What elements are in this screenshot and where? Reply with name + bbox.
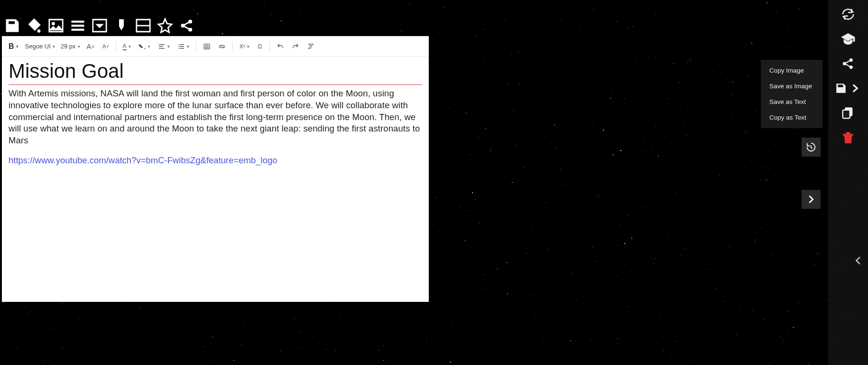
document-body[interactable]: With Artemis missions, NASA will land th… — [9, 88, 422, 147]
share-rail-icon[interactable] — [835, 51, 861, 76]
font-family-select[interactable]: Segoe UI — [23, 39, 57, 54]
editor-toolbar: B Segoe UI 29 px A∧ A∨ A X² Ω — [2, 36, 429, 57]
next-chevron-icon[interactable] — [802, 190, 821, 209]
undo-button[interactable] — [274, 39, 287, 54]
save-expand-button[interactable] — [834, 76, 862, 101]
list-icon[interactable] — [68, 17, 87, 34]
svg-point-4 — [178, 44, 179, 45]
highlight-color-button[interactable] — [136, 39, 153, 54]
editor-panel: B Segoe UI 29 px A∧ A∨ A X² Ω Mission Go… — [2, 36, 429, 302]
menu-copy-as-text[interactable]: Copy as Text — [761, 110, 822, 125]
bold-button[interactable]: B — [6, 39, 21, 54]
svg-point-6 — [178, 48, 179, 49]
separator — [196, 41, 196, 52]
document-title[interactable]: Mission Goal — [9, 60, 422, 84]
save-context-menu: Copy Image Save as Image Save as Text Co… — [761, 60, 822, 128]
menu-copy-image[interactable]: Copy Image — [761, 63, 822, 78]
superscript-button[interactable]: X² — [237, 39, 252, 54]
collapse-chevron-icon[interactable] — [849, 251, 868, 270]
fill-bucket-icon[interactable] — [25, 17, 44, 34]
redo-button[interactable] — [289, 39, 302, 54]
svg-point-5 — [178, 46, 179, 47]
highlighter-icon[interactable] — [112, 17, 131, 34]
list-style-button[interactable] — [175, 39, 192, 54]
font-color-button[interactable]: A — [120, 39, 134, 54]
graduation-cap-icon[interactable] — [835, 27, 861, 51]
increase-font-button[interactable]: A∧ — [84, 39, 98, 54]
decrease-font-button[interactable]: A∨ — [100, 39, 112, 54]
document-link[interactable]: https://www.youtube.com/watch?v=bmC-Fwib… — [9, 155, 277, 166]
right-rail — [828, 0, 868, 365]
share-icon[interactable] — [177, 17, 196, 34]
delete-trash-icon[interactable] — [835, 125, 861, 150]
image-icon[interactable] — [46, 17, 65, 34]
font-size-select[interactable]: 29 px — [59, 39, 82, 54]
split-horizontal-icon[interactable] — [134, 17, 153, 34]
star-icon[interactable] — [156, 17, 175, 34]
separator — [116, 41, 116, 52]
link-button[interactable] — [215, 39, 229, 54]
svg-point-0 — [52, 22, 55, 25]
refresh-icon[interactable] — [835, 2, 861, 27]
separator — [269, 41, 270, 52]
document-area[interactable]: Mission Goal With Artemis missions, NASA… — [2, 57, 429, 172]
table-button[interactable] — [200, 39, 213, 54]
dropdown-box-icon[interactable] — [90, 17, 109, 34]
app-toolbar — [3, 17, 196, 34]
separator — [232, 41, 233, 52]
clear-format-button[interactable] — [304, 39, 317, 54]
menu-save-as-image[interactable]: Save as Image — [761, 78, 822, 94]
restore-history-icon[interactable] — [802, 138, 821, 157]
copy-stack-icon[interactable] — [835, 101, 861, 125]
align-button[interactable] — [155, 39, 173, 54]
menu-save-as-text[interactable]: Save as Text — [761, 94, 822, 110]
omega-button[interactable]: Ω — [254, 39, 266, 54]
svg-rect-11 — [843, 110, 850, 119]
save-icon[interactable] — [3, 17, 22, 34]
title-underline — [9, 84, 422, 85]
